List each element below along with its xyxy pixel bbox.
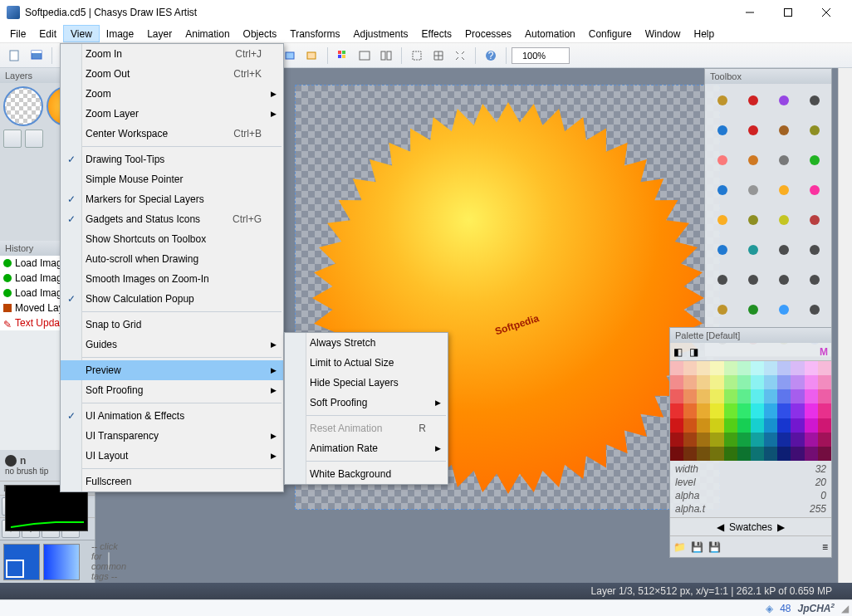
palette-swatch[interactable] (710, 389, 723, 403)
tool-zoom-icon[interactable] (799, 86, 830, 115)
palette-m-icon[interactable]: M (820, 346, 828, 358)
palette-panel[interactable]: Palette [Default] ◧ ◨ M width32level20al… (669, 327, 832, 558)
menu-item-center-workspace[interactable]: Center WorkspaceCtrl+B (61, 124, 283, 144)
menu-item-guides[interactable]: Guides▶ (61, 335, 283, 354)
palette-swatch[interactable] (764, 418, 777, 433)
palette-header[interactable]: Palette [Default] (670, 328, 831, 343)
palette-swatch[interactable] (670, 361, 683, 375)
toolbar-grid2-icon[interactable] (428, 46, 448, 66)
menu-item-always-stretch[interactable]: Always Stretch (285, 333, 448, 353)
palette-swatch[interactable] (805, 375, 818, 389)
slider-alpha[interactable]: alpha0 (675, 489, 826, 502)
palette-swatch[interactable] (805, 403, 818, 418)
tool-shape-icon[interactable] (799, 145, 830, 175)
palette-swatch[interactable] (805, 389, 818, 403)
menu-view[interactable]: View (63, 25, 100, 42)
palette-swatch[interactable] (818, 418, 831, 433)
toolbox-panel[interactable]: Toolbox (704, 68, 832, 357)
menu-file[interactable]: File (3, 25, 32, 42)
menu-item-show-calculation-popup[interactable]: ✓Show Calculation Popup (61, 289, 283, 309)
tool-wand-icon[interactable] (768, 86, 799, 115)
toolbar-tile-icon[interactable] (376, 46, 396, 66)
palette-swatch[interactable] (805, 447, 818, 461)
menu-automation[interactable]: Automation (518, 25, 582, 42)
tool-smudge-icon[interactable] (768, 175, 799, 205)
palette-swatch[interactable] (683, 361, 697, 375)
palette-swatch[interactable] (683, 433, 697, 447)
palette-swatch[interactable] (791, 447, 804, 461)
palette-swatch[interactable] (697, 433, 710, 447)
toolbar-grid-icon[interactable] (333, 46, 353, 66)
palette-swatch[interactable] (777, 433, 791, 447)
palette-open-icon[interactable]: 📁 (673, 541, 686, 553)
menu-transforms[interactable]: Transforms (283, 25, 346, 42)
palette-swatch[interactable] (724, 433, 737, 447)
palette-swatch[interactable] (764, 389, 777, 403)
palette-swatch[interactable] (737, 447, 751, 461)
menu-item-white-background[interactable]: White Background (285, 464, 448, 484)
tool-rect-icon[interactable] (737, 235, 768, 265)
palette-swatch[interactable] (791, 418, 804, 433)
palette-swatch[interactable] (777, 418, 791, 433)
menu-window[interactable]: Window (639, 25, 688, 42)
palette-swatch[interactable] (751, 447, 764, 461)
palette-swatch[interactable] (764, 403, 777, 418)
palette-swatch[interactable] (683, 375, 697, 389)
palette-swatch[interactable] (737, 375, 751, 389)
palette-swatch[interactable] (697, 389, 710, 403)
palette-swatch[interactable] (791, 375, 804, 389)
menu-item-show-shortcuts-on-toolbox[interactable]: Show Shortcuts on Toolbox (61, 229, 283, 249)
palette-swatch[interactable] (818, 403, 831, 418)
palette-swatch[interactable] (751, 403, 764, 418)
palette-swatch[interactable] (791, 361, 804, 375)
tool-blur-icon[interactable] (799, 175, 830, 205)
tool-gradient-icon[interactable] (737, 145, 768, 175)
palette-swatch[interactable] (670, 375, 683, 389)
palette-swatch[interactable] (670, 447, 683, 461)
palette-swatch[interactable] (805, 361, 818, 375)
scrollbar-vertical[interactable] (838, 68, 852, 583)
toolbar-bounds-icon[interactable] (407, 46, 427, 66)
toolbox-header[interactable]: Toolbox (705, 69, 831, 84)
menu-item-simple-mouse-pointer[interactable]: Simple Mouse Pointer (61, 169, 283, 189)
palette-swatch[interactable] (818, 447, 831, 461)
tool-select-icon[interactable] (707, 265, 737, 295)
menu-item-ui-transparency[interactable]: UI Transparency▶ (61, 426, 283, 446)
minimize-button[interactable] (731, 0, 769, 25)
slider-level[interactable]: level20 (675, 476, 826, 489)
palette-swatch[interactable] (818, 433, 831, 447)
menu-item-animation-rate[interactable]: Animation Rate▶ (285, 438, 448, 458)
palette-swatch[interactable] (737, 433, 751, 447)
palette-swatch[interactable] (670, 403, 683, 418)
slider-width[interactable]: width32 (675, 462, 826, 476)
menu-item-markers-for-special-layers[interactable]: ✓Markers for Special Layers (61, 189, 283, 209)
menu-item-soft-proofing[interactable]: Soft Proofing▶ (285, 393, 448, 413)
menu-animation[interactable]: Animation (179, 25, 236, 42)
palette-swatch[interactable] (764, 361, 777, 375)
palette-swatch[interactable] (683, 447, 697, 461)
palette-swatch[interactable] (791, 389, 804, 403)
palette-swatch[interactable] (751, 418, 764, 433)
palette-swatch[interactable] (683, 389, 697, 403)
palette-swatch[interactable] (818, 375, 831, 389)
tool-sharpen-icon[interactable] (737, 205, 768, 235)
layer-thumb[interactable] (3, 86, 43, 126)
palette-swatch[interactable] (724, 447, 737, 461)
palette-swatch[interactable] (791, 403, 804, 418)
menu-item-zoom-in[interactable]: Zoom InCtrl+J (61, 44, 283, 64)
palette-swatch[interactable] (777, 375, 791, 389)
palette-swatch[interactable] (724, 361, 737, 375)
palette-swatch[interactable] (737, 361, 751, 375)
menu-processes[interactable]: Processes (458, 25, 518, 42)
palette-swatch[interactable] (777, 447, 791, 461)
tool-bucket-icon[interactable] (707, 175, 737, 205)
tool-clone-icon[interactable] (768, 145, 799, 175)
palette-swatch[interactable] (818, 361, 831, 375)
palette-swatch[interactable] (697, 403, 710, 418)
menu-item-soft-proofing[interactable]: Soft Proofing▶ (61, 380, 283, 400)
tool-marquee-icon[interactable] (799, 265, 830, 295)
palette-swatch[interactable] (670, 389, 683, 403)
menu-configure[interactable]: Configure (582, 25, 639, 42)
palette-swatch[interactable] (751, 433, 764, 447)
palette-swatch[interactable] (751, 375, 764, 389)
